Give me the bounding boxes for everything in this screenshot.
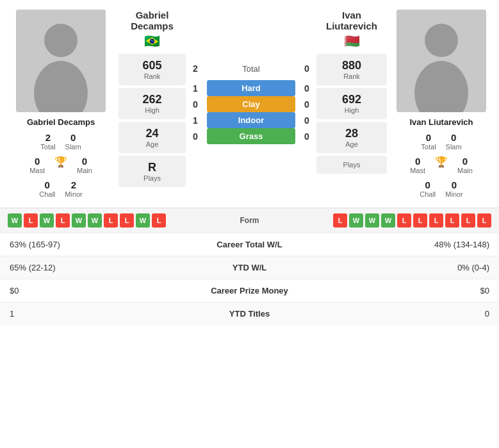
- left-total-label: Total: [40, 143, 55, 151]
- total-left-score: 2: [189, 63, 202, 74]
- right-flag: 🇧🇾: [316, 33, 387, 49]
- left-main-label: Main: [77, 167, 92, 174]
- form-badge-left: W: [136, 213, 150, 228]
- stats-row: 1 YTD Titles 0: [0, 303, 499, 326]
- hard-left-score: 1: [189, 83, 202, 94]
- form-badge-left: L: [152, 213, 166, 228]
- form-right: LWWWLLLLLL: [279, 213, 492, 228]
- right-slam-label: Slam: [446, 143, 462, 151]
- right-rank-label: Rank: [322, 72, 382, 80]
- stats-row: $0 Career Prize Money $0: [0, 279, 499, 303]
- left-player-name: Gabriel Decamps: [27, 117, 95, 127]
- form-badge-left: W: [8, 213, 22, 228]
- left-slam-stat: 0 Slam: [65, 132, 81, 151]
- stats-right-val: 0% (0-4): [334, 256, 499, 279]
- total-label: Total: [207, 64, 295, 74]
- stats-center-label: YTD W/L: [165, 256, 334, 279]
- left-center-stats: Gabriel Decamps 🇧🇷 605 Rank 262 High 24 …: [119, 10, 186, 198]
- stats-row: 63% (165-97) Career Total W/L 48% (134-1…: [0, 233, 499, 256]
- form-badge-right: L: [413, 213, 427, 228]
- stats-center-label: YTD Titles: [165, 303, 334, 326]
- svg-point-4: [425, 24, 458, 57]
- right-chall-value: 0: [420, 179, 436, 190]
- left-player-trophy-row: 0 Mast 🏆 0 Main: [29, 156, 92, 174]
- total-right-score: 0: [300, 63, 313, 74]
- svg-point-1: [44, 24, 78, 57]
- right-mast-label: Mast: [410, 167, 425, 174]
- right-slam-stat: 0 Slam: [446, 132, 462, 151]
- right-chall-stat: 0 Chall: [420, 179, 436, 198]
- stats-right-val: 48% (134-148): [334, 233, 499, 256]
- hard-right-score: 0: [300, 83, 313, 94]
- form-badge-right: L: [445, 213, 459, 228]
- main-container: Gabriel Decamps 2 Total 0 Slam 0 Mast 🏆: [0, 0, 499, 325]
- left-minor-value: 2: [65, 179, 83, 190]
- clay-row: 0 Clay 0: [189, 96, 313, 112]
- left-trophy-icon: 🏆: [54, 156, 67, 168]
- left-mast-value: 0: [29, 156, 45, 167]
- form-badge-left: W: [88, 213, 102, 228]
- indoor-right-score: 0: [300, 115, 313, 126]
- left-minor-stat: 2 Minor: [65, 179, 83, 198]
- left-flag: 🇧🇷: [119, 33, 186, 49]
- left-age-value: 24: [124, 127, 181, 140]
- right-high-label: High: [322, 106, 382, 114]
- stats-table: 63% (165-97) Career Total W/L 48% (134-1…: [0, 233, 499, 325]
- right-total-stat: 0 Total: [421, 132, 436, 151]
- form-badge-right: W: [365, 213, 379, 228]
- left-main-value: 0: [77, 156, 92, 167]
- form-badge-left: L: [24, 213, 38, 228]
- stats-right-val: 0: [334, 303, 499, 326]
- left-chall-label: Chall: [39, 190, 55, 198]
- left-main-stat: 0 Main: [77, 156, 92, 174]
- right-minor-value: 0: [445, 179, 463, 190]
- left-slam-value: 0: [65, 132, 81, 143]
- right-player-name: Ivan Liutarevich: [410, 117, 473, 127]
- right-plays-label: Plays: [322, 161, 382, 169]
- left-age-box: 24 Age: [119, 122, 186, 153]
- left-mast-label: Mast: [29, 167, 45, 174]
- clay-badge: Clay: [207, 96, 295, 112]
- left-minor-label: Minor: [65, 190, 83, 198]
- right-main-label: Main: [457, 167, 473, 174]
- left-chall-stat: 0 Chall: [39, 179, 55, 198]
- grass-right-score: 0: [300, 131, 313, 142]
- left-rank-label: Rank: [124, 72, 181, 80]
- right-main-stat: 0 Main: [457, 156, 473, 174]
- stats-center-label: Career Total W/L: [165, 233, 334, 256]
- right-player-trophy-row: 0 Mast 🏆 0 Main: [410, 156, 473, 174]
- right-total-label: Total: [421, 143, 436, 151]
- stats-left-val: 63% (165-97): [0, 233, 165, 256]
- form-badge-right: L: [461, 213, 475, 228]
- right-player-photo: [397, 10, 486, 112]
- right-chall-label: Chall: [420, 190, 436, 198]
- stats-row: 65% (22-12) YTD W/L 0% (0-4): [0, 256, 499, 279]
- left-rank-value: 605: [124, 59, 181, 72]
- left-header-name: Gabriel Decamps: [119, 10, 186, 31]
- right-slam-value: 0: [446, 132, 462, 143]
- left-plays-value: R: [124, 161, 181, 174]
- right-trophy-icon: 🏆: [435, 156, 448, 168]
- right-main-value: 0: [457, 156, 473, 167]
- stats-left-val: 1: [0, 303, 165, 326]
- left-trophy-icon-container: 🏆: [54, 156, 67, 174]
- stats-left-val: $0: [0, 279, 165, 303]
- right-age-box: 28 Age: [316, 122, 387, 153]
- stats-center-label: Career Prize Money: [165, 279, 334, 303]
- left-high-label: High: [124, 106, 181, 114]
- left-player-chall-row: 0 Chall 2 Minor: [39, 179, 83, 198]
- right-rank-box: 880 Rank: [316, 54, 387, 85]
- form-label: Form: [224, 216, 275, 225]
- right-plays-box: Plays: [316, 156, 387, 174]
- clay-left-score: 0: [189, 99, 202, 110]
- left-slam-label: Slam: [65, 143, 81, 151]
- left-rank-box: 605 Rank: [119, 54, 186, 85]
- hard-row: 1 Hard 0: [189, 80, 313, 96]
- right-mast-value: 0: [410, 156, 425, 167]
- top-section: Gabriel Decamps 2 Total 0 Slam 0 Mast 🏆: [0, 0, 499, 208]
- form-badge-left: L: [104, 213, 118, 228]
- form-badge-right: W: [381, 213, 395, 228]
- grass-row: 0 Grass 0: [189, 128, 313, 144]
- right-minor-label: Minor: [445, 190, 463, 198]
- right-player-card: Ivan Liutarevich 0 Total 0 Slam 0 Mast 🏆: [390, 10, 493, 198]
